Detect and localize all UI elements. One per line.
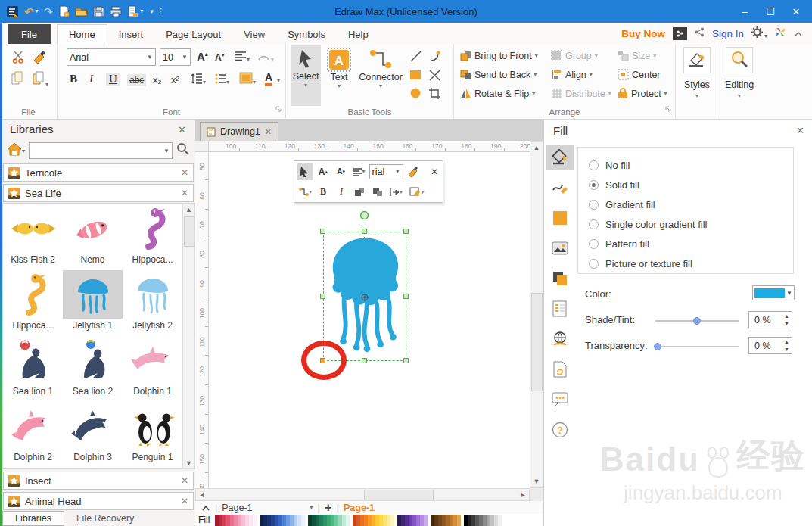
shadow-icon[interactable] [546, 266, 574, 291]
rectangle-tool-icon[interactable] [409, 69, 422, 85]
mini-close-icon[interactable]: ✕ [426, 163, 443, 180]
symbol-dolphin-3[interactable]: Dolphin 3 [63, 402, 123, 468]
document-tab-drawing1[interactable]: Drawing1 ✕ [200, 122, 278, 141]
fill-tool-icon[interactable] [546, 145, 574, 170]
page-tab-page1[interactable]: Page-1 [344, 503, 375, 513]
edraw-pinwheel-icon[interactable] [775, 26, 786, 41]
scroll-right-icon[interactable]: ► [517, 489, 529, 500]
symbol-dolphin-1[interactable]: Dolphin 1 [123, 336, 182, 402]
center-button[interactable]: Center [618, 67, 661, 82]
palette-swatch[interactable] [498, 515, 502, 526]
tab-page-layout[interactable]: Page Layout [154, 24, 232, 44]
share-icon[interactable] [695, 26, 705, 40]
section-close-icon[interactable]: ✕ [181, 188, 188, 198]
library-search-input[interactable]: ▼ [29, 142, 173, 159]
distribute-button[interactable]: Distribute▾ [551, 86, 611, 101]
palette-swatch[interactable] [457, 515, 461, 526]
slider-thumb[interactable] [693, 317, 701, 325]
font-color-dropdown[interactable]: ▾ [277, 77, 280, 84]
search-icon[interactable] [176, 142, 190, 159]
radio-icon-selected[interactable] [589, 180, 599, 190]
shrink-font-icon[interactable]: A▾ [215, 51, 225, 63]
libraries-close-icon[interactable]: ✕ [178, 124, 186, 135]
rotate-flip-button[interactable]: Rotate & Flip▾ [460, 86, 535, 101]
radio-icon[interactable] [589, 219, 599, 229]
mini-shrink-font-icon[interactable]: A▾ [333, 163, 350, 180]
line-spacing-icon[interactable]: ▾ [191, 73, 206, 87]
resize-handle-top-center[interactable] [362, 229, 367, 234]
symbol-hippocampus-1[interactable]: Hippoca... [123, 204, 182, 270]
font-name-combo[interactable]: Arial▼ [67, 48, 156, 66]
underline-icon[interactable]: U [106, 73, 120, 86]
delete-tool-icon[interactable] [428, 69, 441, 85]
mini-select-icon[interactable] [297, 163, 313, 180]
arrange-dialog-launcher-icon[interactable] [665, 102, 672, 116]
protect-button[interactable]: Protect▾ [618, 86, 667, 101]
symbol-jellyfish-1[interactable]: Jellyfish 1 [63, 270, 123, 336]
library-section-terricole[interactable]: Terricole ✕ [3, 163, 194, 182]
italic-icon[interactable]: I [89, 73, 93, 86]
comment-icon[interactable] [546, 387, 574, 412]
gift-icon[interactable] [673, 27, 687, 40]
styles-button[interactable]: Styles ▾ [682, 47, 712, 99]
scrollbar-thumb[interactable] [184, 216, 194, 247]
symbol-dolphin-2[interactable]: Dolphin 2 [3, 402, 63, 468]
spin-up-icon[interactable]: ▲ [784, 313, 789, 320]
symbol-kiss-fish-2[interactable]: Kiss Fish 2 [3, 204, 63, 270]
line-tool-icon[interactable] [409, 50, 422, 66]
library-section-insect[interactable]: Insect ✕ [3, 472, 194, 490]
hyperlink-globe-icon[interactable] [546, 327, 574, 351]
resize-handle-mid-right[interactable] [403, 294, 409, 299]
resize-handle-mid-left[interactable] [320, 294, 325, 299]
palette-swatch[interactable] [390, 515, 394, 526]
symbol-sea-lion-1[interactable]: Sea lion 1 [3, 336, 63, 402]
symbol-nemo[interactable]: Nemo [63, 204, 123, 270]
tab-home[interactable]: Home [57, 24, 107, 44]
palette-swatch[interactable] [301, 515, 305, 526]
mini-connector-icon[interactable]: ▾ [297, 184, 313, 201]
transparency-spinner[interactable]: 0 % ▲▼ [748, 337, 792, 354]
resize-handle-top-left[interactable] [320, 229, 325, 234]
align-button[interactable]: Align▾ [551, 67, 593, 82]
tab-help[interactable]: Help [337, 24, 380, 44]
scroll-left-icon[interactable]: ◄ [196, 489, 208, 500]
editing-button[interactable]: Editing ▾ [724, 47, 754, 99]
tab-file[interactable]: File [8, 24, 51, 44]
superscript-icon[interactable]: x² [171, 74, 179, 86]
option-single-color-gradient-fill[interactable]: Single color gradient fill [589, 214, 793, 234]
tab-view[interactable]: View [232, 24, 276, 44]
crop-tool-icon[interactable] [428, 87, 441, 103]
fill-panel-close-icon[interactable]: ✕ [796, 125, 804, 136]
expand-pages-icon[interactable] [201, 504, 210, 511]
spin-down-icon[interactable]: ▼ [784, 346, 789, 353]
scrollbar-thumb[interactable] [531, 293, 543, 391]
cut-icon[interactable] [12, 50, 26, 67]
mini-send-backward-icon[interactable] [369, 184, 386, 201]
shade-tint-spinner[interactable]: 0 % ▲▼ [748, 311, 792, 328]
resize-handle-top-right[interactable] [403, 229, 409, 234]
ellipse-tool-icon[interactable] [409, 87, 422, 103]
mini-bring-forward-icon[interactable] [351, 184, 368, 201]
resize-handle-bottom-right[interactable] [403, 358, 409, 363]
sign-in-button[interactable]: Sign In [712, 28, 744, 39]
palette-swatch[interactable] [253, 515, 257, 526]
scroll-up-icon[interactable]: ▲ [530, 142, 543, 154]
scroll-down-icon[interactable]: ▼ [183, 457, 194, 468]
attachment-icon[interactable] [546, 357, 574, 381]
palette-swatch[interactable] [346, 515, 350, 526]
help-icon[interactable]: ? [546, 418, 574, 442]
section-close-icon[interactable]: ✕ [181, 475, 188, 486]
option-solid-fill[interactable]: Solid fill [589, 175, 793, 195]
group-button[interactable]: Group▾ [551, 48, 598, 64]
collapse-ribbon-icon[interactable] [794, 26, 803, 40]
library-section-animal-head[interactable]: Animal Head ✕ [3, 492, 194, 510]
rotation-handle[interactable] [359, 210, 370, 221]
shade-tint-slider[interactable] [655, 320, 739, 322]
library-section-sea-life[interactable]: Sea Life ✕ [3, 184, 194, 202]
symbol-hippocampus-2[interactable]: Hippoca... [3, 270, 63, 336]
tab-insert[interactable]: Insert [107, 24, 155, 44]
picture-icon[interactable] [546, 236, 574, 260]
mini-style-icon[interactable]: ▾ [409, 184, 425, 201]
radio-icon[interactable] [589, 239, 599, 249]
symbol-jellyfish-2[interactable]: Jellyfish 2 [123, 270, 182, 336]
